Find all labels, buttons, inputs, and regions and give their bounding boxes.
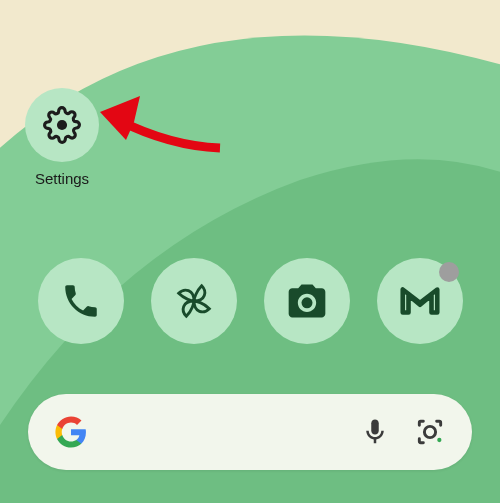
svg-point-5 bbox=[437, 438, 441, 442]
notification-badge bbox=[439, 262, 459, 282]
annotation-arrow bbox=[100, 96, 230, 168]
svg-point-3 bbox=[301, 297, 312, 308]
google-g-icon bbox=[54, 415, 88, 449]
gear-icon bbox=[43, 106, 81, 144]
dock-gmail-app[interactable] bbox=[377, 258, 463, 344]
svg-point-4 bbox=[424, 426, 435, 437]
dock-camera-app[interactable] bbox=[264, 258, 350, 344]
phone-icon bbox=[60, 280, 102, 322]
search-bar[interactable] bbox=[28, 394, 472, 470]
svg-marker-2 bbox=[100, 96, 140, 140]
lens-icon[interactable] bbox=[414, 416, 446, 448]
pinwheel-icon bbox=[171, 278, 217, 324]
dock-photos-app[interactable] bbox=[151, 258, 237, 344]
settings-label: Settings bbox=[35, 170, 89, 187]
gmail-icon bbox=[397, 278, 443, 324]
dock-phone-app[interactable] bbox=[38, 258, 124, 344]
settings-icon-bg bbox=[25, 88, 99, 162]
settings-app-shortcut[interactable]: Settings bbox=[22, 88, 102, 187]
camera-icon bbox=[285, 279, 329, 323]
dock bbox=[0, 258, 500, 344]
svg-point-1 bbox=[57, 120, 67, 130]
mic-icon[interactable] bbox=[360, 417, 390, 447]
